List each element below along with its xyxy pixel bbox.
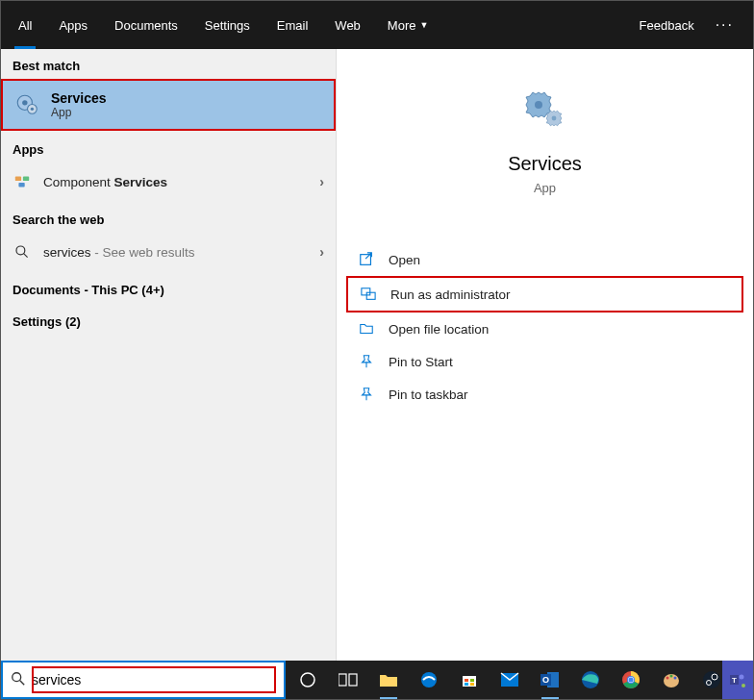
action-label: Open xyxy=(389,253,420,267)
settings-header[interactable]: Settings (2) xyxy=(1,303,336,335)
teams-icon[interactable]: T xyxy=(722,661,753,699)
best-match-text: Services App xyxy=(51,90,107,119)
chrome-icon[interactable] xyxy=(611,661,651,699)
search-icon xyxy=(13,242,32,262)
action-open-file-location[interactable]: Open file location xyxy=(346,312,743,345)
folder-icon xyxy=(358,320,375,338)
search-input[interactable] xyxy=(28,672,276,688)
svg-rect-24 xyxy=(470,683,474,686)
tab-documents[interactable]: Documents xyxy=(101,1,191,49)
best-match-subtitle: App xyxy=(51,106,107,119)
apps-header: Apps xyxy=(1,131,336,162)
admin-icon xyxy=(360,286,377,303)
best-match-header: Best match xyxy=(1,49,336,79)
svg-rect-23 xyxy=(465,683,468,686)
web-result[interactable]: services - See web results › xyxy=(1,233,336,271)
services-icon xyxy=(14,92,39,117)
svg-point-38 xyxy=(703,671,720,688)
action-label: Pin to taskbar xyxy=(389,388,468,402)
svg-point-1 xyxy=(22,100,27,105)
svg-rect-4 xyxy=(15,177,21,182)
web-header: Search the web xyxy=(1,201,336,233)
edge-legacy-icon[interactable] xyxy=(409,661,449,699)
action-run-as-administrator[interactable]: Run as administrator xyxy=(346,276,743,312)
tab-more[interactable]: More▼ xyxy=(374,1,442,49)
action-label: Open file location xyxy=(389,322,489,337)
svg-rect-12 xyxy=(362,288,370,295)
tab-web[interactable]: Web xyxy=(321,1,374,49)
svg-rect-22 xyxy=(470,679,474,682)
chevron-down-icon: ▼ xyxy=(419,20,428,30)
svg-rect-21 xyxy=(465,679,468,682)
tab-email[interactable]: Email xyxy=(264,1,322,49)
best-match-title: Services xyxy=(51,90,107,106)
svg-text:O: O xyxy=(542,675,549,685)
svg-point-14 xyxy=(13,673,21,682)
file-explorer-icon[interactable] xyxy=(368,661,409,699)
taskbar: O T xyxy=(1,661,753,699)
filter-tabs: All Apps Documents Settings Email Web Mo… xyxy=(5,1,630,49)
action-label: Pin to Start xyxy=(389,355,453,369)
tab-all[interactable]: All xyxy=(5,1,45,49)
preview-subtitle: App xyxy=(356,181,734,195)
cortana-icon[interactable] xyxy=(288,661,328,699)
action-pin-to-start[interactable]: Pin to Start xyxy=(346,345,743,378)
svg-line-8 xyxy=(24,254,28,258)
action-open[interactable]: Open xyxy=(346,243,743,276)
svg-rect-18 xyxy=(349,674,357,686)
chevron-right-icon: › xyxy=(319,174,324,189)
svg-point-9 xyxy=(535,101,542,109)
preview-services-icon xyxy=(521,88,569,136)
action-pin-to-taskbar[interactable]: Pin to taskbar xyxy=(346,378,743,411)
best-match-result[interactable]: Services App xyxy=(1,79,336,131)
search-header: All Apps Documents Settings Email Web Mo… xyxy=(1,1,753,49)
svg-rect-6 xyxy=(18,183,24,188)
action-list: Open Run as administrator Open file loca… xyxy=(337,214,753,411)
apps-result-label: Component Services xyxy=(43,175,308,189)
outlook-icon[interactable]: O xyxy=(530,661,570,699)
results-panel: Best match Services App Apps Component S… xyxy=(1,49,336,661)
more-options-icon[interactable]: ··· xyxy=(710,16,740,34)
open-icon xyxy=(358,251,375,268)
search-icon xyxy=(11,671,28,688)
pin-taskbar-icon xyxy=(358,386,375,403)
task-view-icon[interactable] xyxy=(328,661,368,699)
svg-text:T: T xyxy=(732,676,737,685)
taskbar-search[interactable] xyxy=(1,661,286,699)
svg-point-43 xyxy=(740,675,744,680)
paint-icon[interactable] xyxy=(651,661,691,699)
chevron-right-icon: › xyxy=(319,244,324,260)
svg-point-3 xyxy=(31,108,34,111)
mail-icon[interactable] xyxy=(490,661,530,699)
tab-settings[interactable]: Settings xyxy=(191,1,264,49)
svg-point-16 xyxy=(301,673,314,687)
svg-rect-5 xyxy=(23,177,29,182)
taskbar-icons: O xyxy=(286,661,734,699)
svg-point-36 xyxy=(670,675,673,678)
pin-start-icon xyxy=(358,353,375,370)
store-icon[interactable] xyxy=(449,661,490,699)
header-right: Feedback ··· xyxy=(630,16,749,34)
web-result-label: services - See web results xyxy=(43,245,308,260)
search-content: Best match Services App Apps Component S… xyxy=(1,49,753,661)
action-label: Run as administrator xyxy=(390,288,511,302)
svg-point-7 xyxy=(16,246,25,255)
svg-rect-17 xyxy=(339,674,346,686)
preview-panel: Services App Open Run as administrator O… xyxy=(336,49,753,661)
preview-title: Services xyxy=(356,153,734,175)
svg-point-35 xyxy=(666,677,669,680)
feedback-link[interactable]: Feedback xyxy=(630,18,704,33)
edge-chromium-icon[interactable] xyxy=(570,661,611,699)
svg-rect-13 xyxy=(366,292,375,299)
svg-point-10 xyxy=(551,116,556,121)
svg-line-15 xyxy=(20,681,24,685)
svg-point-37 xyxy=(674,677,677,680)
svg-rect-11 xyxy=(361,255,371,265)
tab-apps[interactable]: Apps xyxy=(45,1,101,49)
component-services-icon xyxy=(13,172,32,191)
svg-point-44 xyxy=(741,684,745,688)
apps-result-component-services[interactable]: Component Services › xyxy=(1,162,336,201)
preview-header: Services App xyxy=(337,49,753,214)
documents-header[interactable]: Documents - This PC (4+) xyxy=(1,271,336,303)
svg-point-33 xyxy=(629,678,634,683)
